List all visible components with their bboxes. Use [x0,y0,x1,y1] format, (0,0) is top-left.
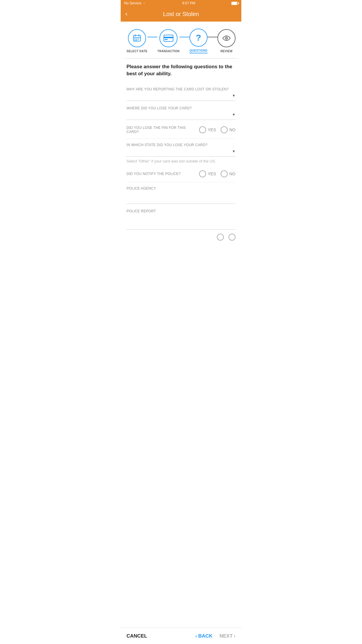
progress-steps: SELECT DATE TRANSACTION ? [121,22,241,58]
status-bar-time: 9:07 PM [182,1,195,5]
page-title: Lost or Stolen [163,11,199,18]
svg-rect-6 [138,38,139,39]
q3-yes-option[interactable]: YES [199,126,216,133]
form-group-q6: POLICE AGENCY [126,182,236,204]
q3-label: DID YOU LOSE THE PIN FOR THIS CARD? [126,126,199,134]
q5-label: DID YOU NOTIFY THE POLICE? [126,172,199,176]
step-label-questions: QUESTIONS [189,49,208,52]
q2-arrow-icon: ▼ [232,113,236,117]
q4-hint: Select "Other" if your card was lost out… [126,157,236,164]
header: ‹ Lost or Stolen [121,6,241,22]
svg-rect-10 [164,37,173,38]
battery-icon [231,2,238,5]
q5-yes-option[interactable]: YES [199,170,216,177]
step-transaction: TRANSACTION [157,29,180,53]
carrier-text: No Service [124,1,141,5]
step-label-review: REVIEW [220,50,232,53]
wifi-icon: ﹢ [143,1,146,6]
connector-3 [208,37,217,37]
partial-yes-option[interactable] [217,234,224,241]
partial-radio-options [217,234,236,241]
form-group-q7: POLICE REPORT [126,205,236,230]
status-bar-left: No Service ﹢ [124,1,146,6]
step-review: REVIEW [217,29,236,53]
partial-no-option[interactable] [229,234,236,241]
q3-yes-label: YES [208,127,216,132]
form: WHY ARE YOU REPORTING THE CARD LOST OR S… [121,83,241,245]
back-button[interactable]: ‹ [125,10,127,18]
form-group-partial [126,231,236,245]
instructions: Please answer the following questions to… [121,58,241,83]
form-group-q4: IN WHICH STATE DID YOU LOSE YOUR CARD? ▼… [126,139,236,164]
q3-no-radio[interactable] [221,126,228,133]
svg-rect-11 [165,39,168,40]
svg-point-13 [226,38,227,39]
q3-yes-radio[interactable] [199,126,206,133]
q7-input[interactable] [126,216,236,230]
q2-dropdown[interactable]: ▼ [126,113,236,120]
svg-rect-4 [134,38,136,39]
q4-arrow-icon: ▼ [232,149,236,153]
q1-arrow-icon: ▼ [232,94,236,98]
q5-radio-options: YES NO [199,170,236,177]
q3-no-option[interactable]: NO [221,126,236,133]
form-group-q1: WHY ARE YOU REPORTING THE CARD LOST OR S… [126,83,236,101]
q5-yes-radio[interactable] [199,170,206,177]
q5-no-radio[interactable] [221,170,228,177]
q2-label: WHERE DID YOU LOSE YOUR CARD? [126,102,236,113]
step-circle-select-date [128,29,146,47]
partial-yes-radio[interactable] [217,234,224,241]
svg-rect-7 [134,40,136,41]
q6-input[interactable] [126,193,236,204]
q1-dropdown[interactable]: ▼ [126,94,236,101]
status-bar-right [231,2,238,5]
step-circle-transaction [159,29,178,47]
svg-rect-5 [136,38,137,39]
q6-label: POLICE AGENCY [126,182,236,193]
q5-yes-label: YES [208,172,216,176]
q1-label: WHY ARE YOU REPORTING THE CARD LOST OR S… [126,83,236,94]
step-questions: ? QUESTIONS [189,29,208,53]
step-select-date: SELECT DATE [126,29,147,53]
step-label-select-date: SELECT DATE [126,50,147,53]
form-group-q3: DID YOU LOSE THE PIN FOR THIS CARD? YES … [126,121,236,139]
step-circle-questions: ? [189,29,208,47]
q3-no-label: NO [229,127,236,132]
q7-label: POLICE REPORT [126,205,236,216]
q4-label: IN WHICH STATE DID YOU LOSE YOUR CARD? [126,139,236,149]
connector-2 [180,37,189,37]
svg-rect-8 [136,40,137,41]
form-group-q2: WHERE DID YOU LOSE YOUR CARD? ▼ [126,102,236,120]
partial-no-radio[interactable] [229,234,236,241]
step-label-transaction: TRANSACTION [157,50,180,53]
instructions-text: Please answer the following questions to… [126,63,236,77]
connector-1 [147,37,157,37]
q4-dropdown[interactable]: ▼ [126,149,236,157]
step-circle-review [217,29,236,47]
form-group-q5: DID YOU NOTIFY THE POLICE? YES NO [126,166,236,182]
q5-no-label: NO [229,172,236,176]
q5-no-option[interactable]: NO [221,170,236,177]
status-bar: No Service ﹢ 9:07 PM [121,0,241,6]
q3-radio-options: YES NO [199,126,236,133]
